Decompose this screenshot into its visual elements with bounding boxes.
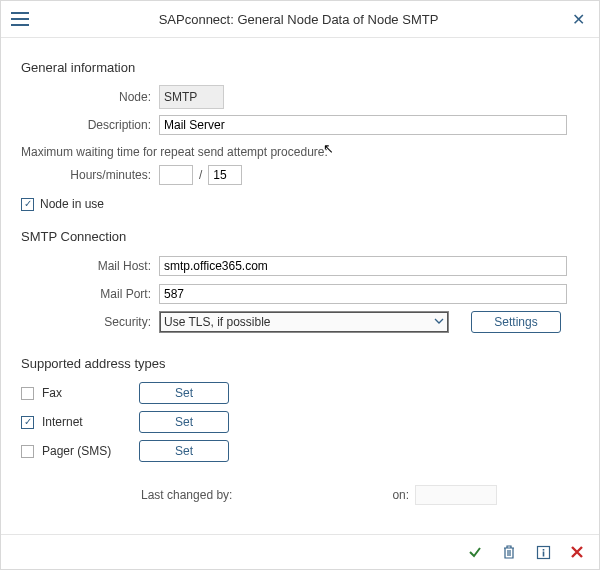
last-changed-by-label: Last changed by: [141,488,232,502]
pager-label: Pager (SMS) [42,444,111,458]
hours-minutes-label: Hours/minutes: [21,168,159,182]
description-input[interactable] [159,115,567,135]
menu-button[interactable] [11,12,29,26]
chevron-down-icon [434,315,444,329]
fax-set-button[interactable]: Set [139,382,229,404]
description-label: Description: [21,118,159,132]
node-value: SMTP [159,85,224,109]
section-address-types: Supported address types [21,356,579,371]
cancel-icon[interactable] [569,544,585,560]
accept-icon[interactable] [467,544,483,560]
security-dropdown[interactable]: Use TLS, if possible [159,311,449,333]
on-value-field [415,485,497,505]
mail-port-input[interactable] [159,284,567,304]
wait-text: Maximum waiting time for repeat send att… [21,145,579,159]
internet-checkbox[interactable] [21,416,34,429]
node-label: Node: [21,90,159,104]
time-separator: / [199,168,202,182]
close-button[interactable]: ✕ [568,10,589,29]
svg-rect-1 [542,549,544,551]
svg-rect-2 [542,551,544,556]
pager-set-button[interactable]: Set [139,440,229,462]
node-in-use-label: Node in use [40,197,104,211]
mail-port-label: Mail Port: [21,287,159,301]
internet-label: Internet [42,415,83,429]
info-icon[interactable] [535,544,551,560]
section-smtp: SMTP Connection [21,229,579,244]
on-label: on: [392,488,409,502]
hours-input[interactable] [159,165,193,185]
fax-checkbox[interactable] [21,387,34,400]
settings-button[interactable]: Settings [471,311,561,333]
fax-label: Fax [42,386,62,400]
trash-icon[interactable] [501,544,517,560]
mail-host-label: Mail Host: [21,259,159,273]
window-title: SAPconnect: General Node Data of Node SM… [29,12,568,27]
security-value: Use TLS, if possible [164,315,271,329]
section-general: General information [21,60,579,75]
node-in-use-checkbox[interactable] [21,198,34,211]
minutes-input[interactable] [208,165,242,185]
internet-set-button[interactable]: Set [139,411,229,433]
security-label: Security: [21,315,159,329]
mail-host-input[interactable] [159,256,567,276]
pager-checkbox[interactable] [21,445,34,458]
